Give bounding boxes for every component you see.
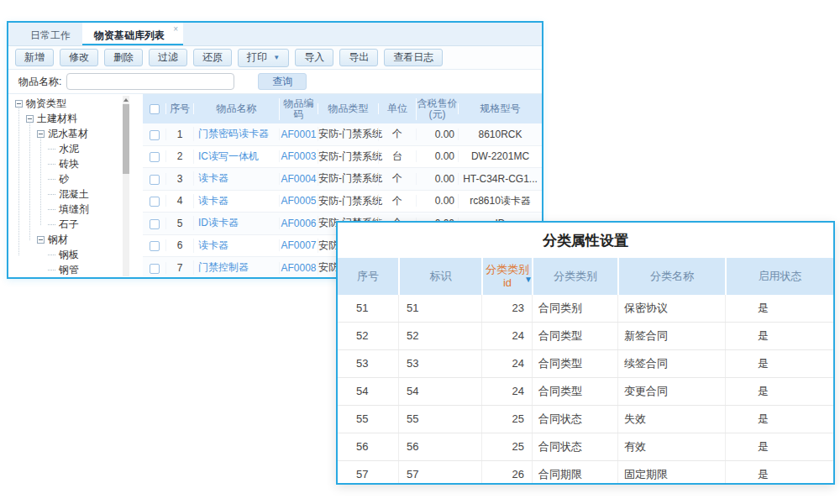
item-code-link[interactable]: AF0006 (279, 218, 318, 229)
tree-item-steel-plate[interactable]: 钢板 (12, 247, 123, 262)
item-code-link[interactable]: AF0001 (279, 129, 318, 140)
restore-button[interactable]: 还原 (193, 49, 232, 66)
table-row[interactable]: 56 56 25 合同状态 有效 是 (338, 433, 833, 461)
tree-item-gravel[interactable]: 石子 (12, 217, 123, 232)
filter-button[interactable]: 过滤 (149, 49, 187, 66)
tree-item-mortar-base[interactable]: 泥水基材 (12, 126, 123, 141)
delete-button[interactable]: 删除 (104, 49, 143, 66)
row-checkbox[interactable] (150, 175, 160, 185)
tab-bar: 日常工作 物资基础库列表 × (8, 23, 542, 46)
toolbar: 新增 修改 删除 过滤 还原 打印 ▼ 导入 导出 查看日志 (8, 46, 542, 70)
unit-cell: 台 (378, 150, 416, 164)
chevron-down-icon: ▼ (273, 52, 280, 63)
id-cell: 57 (398, 461, 481, 485)
table-row[interactable]: 55 55 25 合同状态 失效 是 (338, 406, 833, 433)
import-button[interactable]: 导入 (295, 49, 333, 66)
tree-item-steel[interactable]: 钢材 (12, 232, 123, 247)
tree-scrollbar[interactable] (123, 96, 129, 276)
tree-item-concrete[interactable]: 混凝土 (12, 186, 123, 202)
tree-item-brick[interactable]: 砖块 (12, 156, 123, 171)
header-category[interactable]: 分类类别 (532, 258, 617, 295)
tree-item-cement[interactable]: 水泥 (12, 141, 123, 156)
row-checkbox[interactable] (150, 130, 160, 140)
item-name-link[interactable]: 读卡器 (193, 171, 279, 186)
tree-item-label: 砖块 (59, 157, 79, 171)
query-button[interactable]: 查询 (258, 73, 307, 90)
scroll-up-icon[interactable] (123, 98, 129, 102)
add-button[interactable]: 新增 (15, 49, 54, 66)
table-row[interactable]: 53 53 24 合同类型 续签合同 是 (338, 350, 833, 378)
tree-item-grout[interactable]: 填缝剂 (12, 202, 123, 217)
table-row[interactable]: 3 读卡器 AF0004 安防-门禁系统 个 0.00 HT-C34R-CG1.… (143, 168, 542, 191)
scrollbar-thumb[interactable] (123, 104, 129, 174)
table-row[interactable]: 4 读卡器 AF0005 安防-门禁系统 个 0.00 rc8610读卡器 (143, 191, 542, 213)
row-checkbox[interactable] (150, 197, 160, 207)
tree-item-label: 填缝剂 (59, 202, 89, 217)
table-row[interactable]: 52 52 24 合同类型 新签合同 是 (338, 323, 833, 350)
select-all-checkbox[interactable] (150, 104, 160, 114)
tree-item-label: 砂 (59, 172, 69, 186)
item-code-link[interactable]: AF0005 (279, 195, 318, 207)
seq-cell: 56 (338, 433, 398, 460)
tree-item-steel-pipe[interactable]: 钢管 (12, 262, 123, 277)
tab-daily-work[interactable]: 日常工作 (18, 23, 82, 45)
table-row[interactable]: 54 54 24 合同类型 变更合同 是 (338, 378, 833, 406)
item-code-link[interactable]: AF0008 (279, 262, 318, 274)
tree-connector (48, 209, 55, 210)
checkbox-cell (143, 150, 165, 162)
collapse-icon[interactable] (26, 115, 34, 123)
row-checkbox[interactable] (150, 264, 160, 274)
item-name-input[interactable] (66, 73, 234, 90)
print-button[interactable]: 打印 ▼ (238, 49, 289, 67)
close-icon[interactable]: × (173, 24, 178, 34)
table-row[interactable]: 57 57 26 合同期限 固定期限 是 (338, 461, 833, 485)
tree-item-label: 钢材 (48, 233, 68, 247)
header-category-id[interactable]: 分类类别id ▼ (481, 258, 532, 295)
category-id-cell: 25 (481, 433, 532, 460)
seq-cell: 54 (338, 378, 398, 405)
category-cell: 合同类别 (532, 295, 617, 322)
tree-item-material-type[interactable]: 物资类型 (12, 96, 123, 111)
table-row[interactable]: 2 IC读写一体机 AF0003 安防-门禁系统 台 0.00 DW-2201M… (143, 146, 542, 169)
export-button[interactable]: 导出 (339, 49, 378, 66)
header-seq[interactable]: 序号 (338, 258, 398, 295)
row-checkbox[interactable] (150, 241, 160, 251)
item-name-link[interactable]: 读卡器 (193, 194, 279, 208)
table-row[interactable]: 51 51 23 合同类别 保密协议 是 (338, 295, 833, 323)
tree-item-civil-materials[interactable]: 土建材料 (12, 111, 123, 126)
collapse-icon[interactable] (37, 130, 45, 138)
view-log-button[interactable]: 查看日志 (384, 49, 443, 66)
item-name-link[interactable]: 读卡器 (193, 239, 279, 253)
category-name-cell: 新签合同 (617, 323, 725, 349)
tab-material-list[interactable]: 物资基础库列表 × (82, 23, 183, 45)
category-table-body: 51 51 23 合同类别 保密协议 是 52 52 24 合同类型 新签合同 … (338, 295, 833, 485)
item-code-link[interactable]: AF0007 (279, 239, 318, 251)
header-enabled[interactable]: 启用状态 (725, 258, 833, 295)
collapse-icon[interactable] (15, 100, 23, 108)
edit-button[interactable]: 修改 (60, 49, 98, 66)
row-checkbox[interactable] (150, 219, 160, 229)
tree-item-label: 钢管 (59, 263, 79, 277)
item-name-link[interactable]: 门禁密码读卡器 (193, 127, 279, 141)
table-row[interactable]: 1 门禁密码读卡器 AF0001 安防-门禁系统 个 0.00 8610RCK (143, 123, 542, 146)
header-item-code: 物品编码 (279, 98, 318, 120)
collapse-icon[interactable] (37, 236, 45, 244)
tree-item-sand[interactable]: 砂 (12, 171, 123, 186)
seq-cell: 51 (338, 295, 398, 322)
unit-cell: 个 (378, 194, 416, 208)
item-name-link[interactable]: ID读卡器 (193, 216, 279, 230)
tree-connector (48, 164, 55, 165)
item-name-link[interactable]: IC读写一体机 (193, 150, 279, 164)
header-unit: 单位 (378, 103, 416, 114)
item-code-link[interactable]: AF0003 (279, 150, 318, 162)
category-id-cell: 24 (481, 378, 532, 405)
category-id-cell: 25 (481, 406, 532, 433)
seq-cell: 5 (165, 218, 193, 229)
item-name-link[interactable]: 门禁控制器 (193, 260, 279, 275)
enabled-cell: 是 (725, 378, 833, 405)
enabled-cell: 是 (725, 350, 833, 377)
row-checkbox[interactable] (150, 152, 160, 162)
header-id[interactable]: 标识 (398, 258, 481, 295)
header-category-name[interactable]: 分类名称 (617, 258, 725, 295)
item-code-link[interactable]: AF0004 (279, 173, 318, 185)
